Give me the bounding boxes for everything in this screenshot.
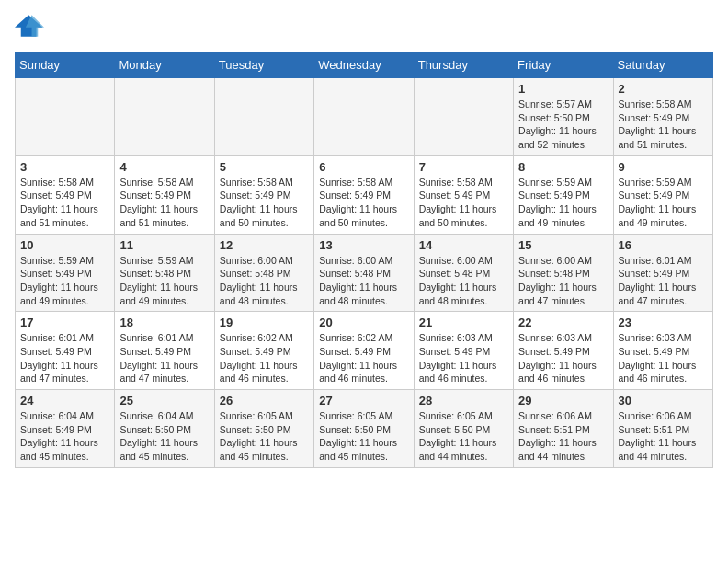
weekday-header-monday: Monday: [115, 52, 214, 78]
calendar-cell: 14Sunrise: 6:00 AMSunset: 5:48 PMDayligh…: [414, 234, 513, 312]
day-number: 2: [619, 82, 708, 96]
day-number: 9: [619, 160, 708, 174]
day-info: Sunrise: 6:03 AMSunset: 5:49 PMDaylight:…: [619, 331, 708, 385]
day-info: Sunrise: 5:57 AMSunset: 5:50 PMDaylight:…: [518, 98, 608, 152]
day-info: Sunrise: 6:00 AMSunset: 5:48 PMDaylight:…: [319, 254, 408, 308]
calendar-cell: [314, 78, 414, 156]
day-number: 26: [220, 394, 309, 408]
day-number: 20: [319, 316, 408, 329]
calendar-cell: 29Sunrise: 6:06 AMSunset: 5:51 PMDayligh…: [514, 390, 613, 468]
weekday-header-friday: Friday: [514, 52, 613, 78]
day-number: 8: [518, 160, 608, 174]
calendar-cell: 27Sunrise: 6:05 AMSunset: 5:50 PMDayligh…: [314, 390, 414, 468]
logo-icon: [15, 13, 44, 39]
calendar-cell: 21Sunrise: 6:03 AMSunset: 5:49 PMDayligh…: [414, 312, 513, 390]
calendar-cell: 17Sunrise: 6:01 AMSunset: 5:49 PMDayligh…: [16, 312, 115, 390]
calendar-cell: 18Sunrise: 6:01 AMSunset: 5:49 PMDayligh…: [115, 312, 214, 390]
day-info: Sunrise: 6:05 AMSunset: 5:50 PMDaylight:…: [220, 409, 309, 464]
weekday-header-tuesday: Tuesday: [214, 52, 313, 78]
calendar-cell: 10Sunrise: 5:59 AMSunset: 5:49 PMDayligh…: [16, 234, 115, 312]
day-info: Sunrise: 6:01 AMSunset: 5:49 PMDaylight:…: [119, 331, 209, 385]
calendar-cell: [414, 78, 513, 156]
weekday-header-thursday: Thursday: [414, 52, 513, 78]
day-info: Sunrise: 5:59 AMSunset: 5:49 PMDaylight:…: [518, 176, 608, 230]
day-info: Sunrise: 5:58 AMSunset: 5:49 PMDaylight:…: [220, 176, 309, 230]
day-number: 4: [119, 160, 209, 174]
calendar-table: SundayMondayTuesdayWednesdayThursdayFrid…: [15, 52, 713, 468]
day-number: 13: [319, 238, 408, 252]
day-number: 23: [619, 316, 708, 329]
calendar-cell: 28Sunrise: 6:05 AMSunset: 5:50 PMDayligh…: [414, 390, 513, 468]
calendar-cell: 25Sunrise: 6:04 AMSunset: 5:50 PMDayligh…: [115, 390, 214, 468]
day-number: 1: [518, 82, 608, 96]
day-number: 5: [220, 160, 309, 174]
day-info: Sunrise: 6:05 AMSunset: 5:50 PMDaylight:…: [419, 409, 508, 464]
page-header: [15, 15, 713, 40]
calendar-cell: 23Sunrise: 6:03 AMSunset: 5:49 PMDayligh…: [613, 312, 712, 390]
calendar-week-1: 1Sunrise: 5:57 AMSunset: 5:50 PMDaylight…: [16, 78, 713, 156]
day-number: 6: [319, 160, 408, 174]
day-number: 28: [419, 394, 508, 408]
calendar-cell: 24Sunrise: 6:04 AMSunset: 5:49 PMDayligh…: [16, 390, 115, 468]
day-number: 25: [119, 394, 209, 408]
calendar-cell: 5Sunrise: 5:58 AMSunset: 5:49 PMDaylight…: [214, 155, 313, 234]
weekday-header-sunday: Sunday: [16, 52, 115, 78]
day-number: 30: [619, 394, 708, 408]
day-info: Sunrise: 6:06 AMSunset: 5:51 PMDaylight:…: [518, 409, 608, 464]
day-number: 29: [518, 394, 608, 408]
day-info: Sunrise: 5:59 AMSunset: 5:49 PMDaylight:…: [20, 254, 109, 308]
calendar-week-5: 24Sunrise: 6:04 AMSunset: 5:49 PMDayligh…: [16, 390, 713, 468]
calendar-cell: [115, 78, 214, 156]
day-number: 14: [419, 238, 508, 252]
weekday-header-saturday: Saturday: [613, 52, 712, 78]
day-info: Sunrise: 6:03 AMSunset: 5:49 PMDaylight:…: [518, 331, 608, 385]
calendar-cell: 20Sunrise: 6:02 AMSunset: 5:49 PMDayligh…: [314, 312, 414, 390]
calendar-week-3: 10Sunrise: 5:59 AMSunset: 5:49 PMDayligh…: [16, 234, 713, 312]
day-number: 15: [518, 238, 608, 252]
day-info: Sunrise: 6:03 AMSunset: 5:49 PMDaylight:…: [419, 331, 508, 385]
calendar-cell: 2Sunrise: 5:58 AMSunset: 5:49 PMDaylight…: [613, 78, 712, 156]
day-info: Sunrise: 6:05 AMSunset: 5:50 PMDaylight:…: [319, 409, 408, 464]
calendar-cell: 9Sunrise: 5:59 AMSunset: 5:49 PMDaylight…: [613, 155, 712, 234]
day-info: Sunrise: 6:02 AMSunset: 5:49 PMDaylight:…: [319, 331, 408, 385]
day-number: 22: [518, 316, 608, 329]
calendar-cell: 13Sunrise: 6:00 AMSunset: 5:48 PMDayligh…: [314, 234, 414, 312]
calendar-cell: 7Sunrise: 5:58 AMSunset: 5:49 PMDaylight…: [414, 155, 513, 234]
day-info: Sunrise: 5:58 AMSunset: 5:49 PMDaylight:…: [20, 176, 109, 230]
day-info: Sunrise: 5:59 AMSunset: 5:48 PMDaylight:…: [119, 254, 209, 308]
calendar-cell: 19Sunrise: 6:02 AMSunset: 5:49 PMDayligh…: [214, 312, 313, 390]
weekday-header-wednesday: Wednesday: [314, 52, 414, 78]
logo: [15, 15, 46, 40]
calendar-week-4: 17Sunrise: 6:01 AMSunset: 5:49 PMDayligh…: [16, 312, 713, 390]
day-info: Sunrise: 6:01 AMSunset: 5:49 PMDaylight:…: [20, 331, 109, 385]
calendar-cell: 30Sunrise: 6:06 AMSunset: 5:51 PMDayligh…: [613, 390, 712, 468]
day-number: 7: [419, 160, 508, 174]
calendar-cell: 12Sunrise: 6:00 AMSunset: 5:48 PMDayligh…: [214, 234, 313, 312]
calendar-cell: 16Sunrise: 6:01 AMSunset: 5:49 PMDayligh…: [613, 234, 712, 312]
day-info: Sunrise: 6:00 AMSunset: 5:48 PMDaylight:…: [419, 254, 508, 308]
calendar-cell: [214, 78, 313, 156]
day-info: Sunrise: 6:00 AMSunset: 5:48 PMDaylight:…: [518, 254, 608, 308]
day-number: 24: [20, 394, 109, 408]
calendar-cell: 4Sunrise: 5:58 AMSunset: 5:49 PMDaylight…: [115, 155, 214, 234]
day-info: Sunrise: 6:04 AMSunset: 5:49 PMDaylight:…: [20, 409, 109, 464]
calendar-cell: 6Sunrise: 5:58 AMSunset: 5:49 PMDaylight…: [314, 155, 414, 234]
weekday-header-row: SundayMondayTuesdayWednesdayThursdayFrid…: [16, 52, 713, 78]
day-info: Sunrise: 5:59 AMSunset: 5:49 PMDaylight:…: [619, 176, 708, 230]
calendar-cell: 8Sunrise: 5:59 AMSunset: 5:49 PMDaylight…: [514, 155, 613, 234]
day-number: 11: [119, 238, 209, 252]
calendar-cell: 3Sunrise: 5:58 AMSunset: 5:49 PMDaylight…: [16, 155, 115, 234]
day-number: 17: [20, 316, 109, 329]
calendar-cell: 15Sunrise: 6:00 AMSunset: 5:48 PMDayligh…: [514, 234, 613, 312]
calendar-cell: [16, 78, 115, 156]
day-number: 27: [319, 394, 408, 408]
day-info: Sunrise: 5:58 AMSunset: 5:49 PMDaylight:…: [319, 176, 408, 230]
day-info: Sunrise: 5:58 AMSunset: 5:49 PMDaylight:…: [119, 176, 209, 230]
day-info: Sunrise: 6:04 AMSunset: 5:50 PMDaylight:…: [119, 409, 209, 464]
day-info: Sunrise: 5:58 AMSunset: 5:49 PMDaylight:…: [419, 176, 508, 230]
day-number: 18: [119, 316, 209, 329]
calendar-week-2: 3Sunrise: 5:58 AMSunset: 5:49 PMDaylight…: [16, 155, 713, 234]
calendar-cell: 22Sunrise: 6:03 AMSunset: 5:49 PMDayligh…: [514, 312, 613, 390]
day-info: Sunrise: 5:58 AMSunset: 5:49 PMDaylight:…: [619, 98, 708, 152]
day-info: Sunrise: 6:01 AMSunset: 5:49 PMDaylight:…: [619, 254, 708, 308]
